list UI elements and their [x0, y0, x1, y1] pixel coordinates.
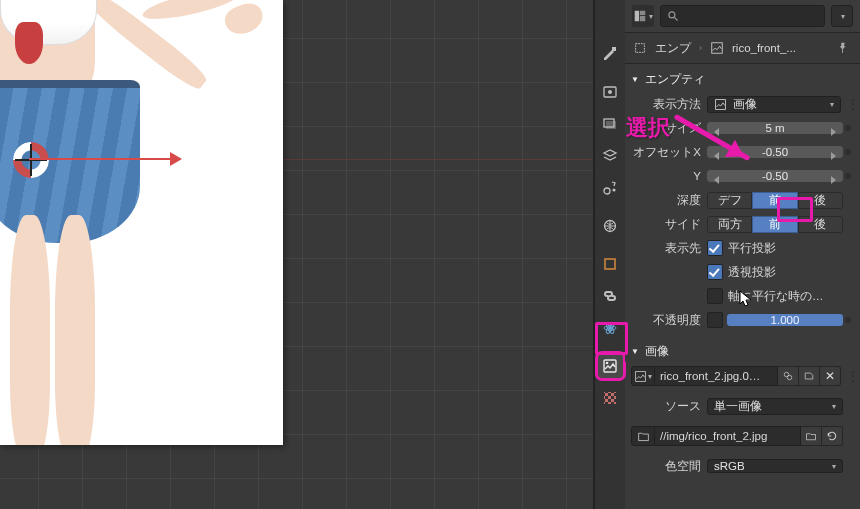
axis-parallel-checkbox[interactable]	[707, 288, 723, 304]
collapse-icon: ▼	[631, 347, 639, 356]
offsetx-label: オフセットX	[631, 145, 707, 160]
depth-back-button[interactable]: 後	[798, 192, 843, 209]
options-menu[interactable]: ▾	[831, 5, 853, 27]
side-back-button[interactable]: 後	[798, 216, 843, 233]
properties-panel: ▾ ▾ エンプ › rico_front_... ▼	[625, 0, 860, 509]
chevron-down-icon: ▾	[832, 462, 836, 471]
svg-rect-4	[606, 121, 616, 129]
ortho-label: 平行投影	[728, 241, 776, 256]
svg-point-2	[608, 90, 612, 94]
svg-point-5	[604, 188, 610, 194]
objectdata-tab[interactable]	[598, 354, 623, 378]
animate-dot-icon[interactable]	[845, 317, 851, 323]
image-icon	[710, 41, 724, 55]
offsetx-field[interactable]: -0.50	[707, 146, 843, 158]
collapse-icon: ▼	[631, 75, 639, 84]
svg-point-14	[606, 362, 609, 365]
depth-front-button[interactable]: 前	[752, 192, 797, 209]
svg-rect-19	[640, 11, 645, 15]
filepath-input[interactable]: //img/rico_front_2.jpg	[655, 426, 801, 446]
svg-rect-8	[605, 259, 615, 269]
fakeuser-button[interactable]	[799, 366, 820, 386]
image-icon[interactable]: ▾	[631, 366, 655, 386]
offsety-field[interactable]: -0.50	[707, 170, 843, 182]
depth-segmented: デフ 前 後	[707, 192, 843, 209]
users-button[interactable]	[778, 366, 799, 386]
image-name-field[interactable]: rico_front_2.jpg.0…	[655, 366, 778, 386]
animate-dot-icon[interactable]	[845, 149, 851, 155]
physics-tab[interactable]	[598, 316, 623, 340]
svg-point-21	[669, 12, 675, 18]
panel-drag-icon[interactable]	[847, 97, 852, 111]
depth-default-button[interactable]: デフ	[707, 192, 752, 209]
unlink-button[interactable]: ✕	[820, 366, 841, 386]
svg-rect-0	[612, 47, 616, 51]
size-label: サイズ	[631, 121, 707, 136]
editor-type-menu[interactable]: ▾	[632, 5, 654, 27]
pin-icon[interactable]	[836, 41, 852, 55]
side-both-button[interactable]: 両方	[707, 216, 752, 233]
output-tab[interactable]	[598, 112, 623, 136]
svg-rect-15	[604, 392, 616, 404]
object-icon	[633, 41, 647, 55]
breadcrumb-data[interactable]: rico_front_...	[732, 42, 796, 54]
side-front-button[interactable]: 前	[752, 216, 797, 233]
display-method-dropdown[interactable]: 画像 ▾	[707, 96, 841, 113]
breadcrumb-object[interactable]: エンプ	[655, 41, 691, 56]
source-dropdown[interactable]: 単一画像 ▾	[707, 398, 843, 415]
reference-image-empty[interactable]	[0, 0, 283, 445]
image-icon	[714, 98, 727, 111]
scene-tab[interactable]	[598, 176, 623, 200]
viewlayer-tab[interactable]	[598, 144, 623, 168]
image-datablock: ▾ rico_front_2.jpg.0… ✕	[631, 366, 841, 386]
svg-point-28	[787, 375, 792, 380]
world-tab[interactable]	[598, 214, 623, 238]
persp-label: 透視投影	[728, 265, 776, 280]
browse-button[interactable]	[801, 426, 822, 446]
side-label: サイド	[631, 217, 707, 232]
animate-dot-icon[interactable]	[845, 125, 851, 131]
display-method-label: 表示方法	[631, 97, 707, 112]
chevron-down-icon: ▾	[832, 402, 836, 411]
panel-title-image: 画像	[645, 343, 669, 360]
colorspace-value: sRGB	[714, 460, 745, 472]
panel-title-empty: エンプティ	[645, 71, 705, 88]
image-panel-header[interactable]: ▼ 画像	[625, 340, 860, 362]
offsety-label: Y	[631, 170, 707, 182]
source-label: ソース	[631, 399, 707, 414]
svg-line-22	[675, 18, 678, 21]
colorspace-dropdown[interactable]: sRGB ▾	[707, 459, 843, 473]
filepath-field: //img/rico_front_2.jpg	[631, 426, 843, 446]
folder-icon[interactable]	[631, 426, 655, 446]
svg-rect-18	[635, 11, 639, 22]
viewport-3d[interactable]	[0, 0, 594, 509]
svg-rect-23	[636, 44, 645, 53]
opacity-slider[interactable]: 1.000	[727, 314, 843, 326]
axis-x-gizmo[interactable]	[29, 156, 189, 162]
empty-panel-header[interactable]: ▼ エンプティ	[625, 68, 860, 90]
render-tab[interactable]	[598, 80, 623, 104]
persp-checkbox[interactable]	[707, 264, 723, 280]
constraints-tab[interactable]	[598, 284, 623, 308]
tool-tab[interactable]	[598, 42, 623, 66]
depth-label: 深度	[631, 193, 707, 208]
chevron-down-icon: ▾	[830, 100, 834, 109]
svg-rect-20	[640, 16, 645, 21]
properties-tab-strip	[595, 0, 625, 509]
reload-button[interactable]	[822, 426, 843, 446]
mouse-cursor-icon	[739, 290, 753, 308]
breadcrumb: エンプ › rico_front_...	[625, 33, 860, 64]
displayto-label: 表示先	[631, 241, 707, 256]
object-tab[interactable]	[598, 252, 623, 276]
animate-dot-icon[interactable]	[845, 173, 851, 179]
breadcrumb-chev-icon: ›	[699, 43, 702, 53]
size-field[interactable]: 5 m	[707, 122, 843, 134]
texture-tab[interactable]	[598, 386, 623, 410]
search-input[interactable]	[660, 5, 825, 27]
display-method-value: 画像	[733, 97, 757, 112]
ortho-checkbox[interactable]	[707, 240, 723, 256]
panel-drag-icon[interactable]	[847, 369, 852, 383]
properties-header: ▾ ▾	[625, 0, 860, 33]
source-value: 単一画像	[714, 399, 762, 414]
opacity-toggle[interactable]	[707, 312, 723, 328]
